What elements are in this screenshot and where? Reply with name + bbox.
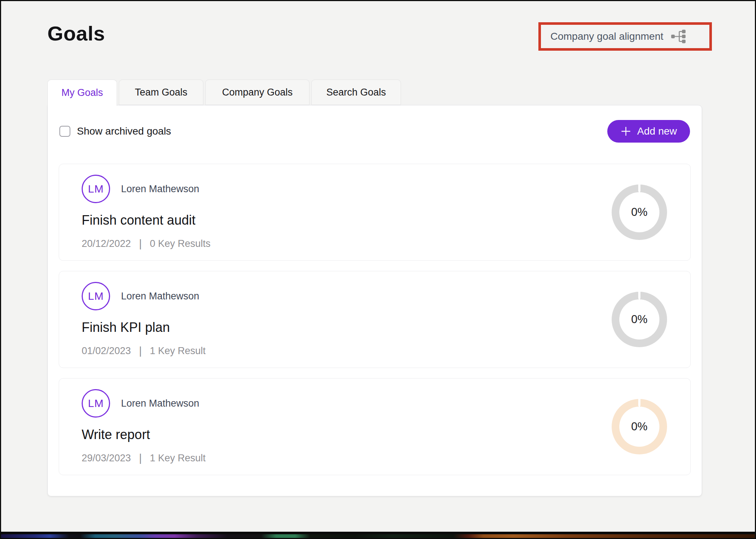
progress-donut-hole: 0% — [619, 192, 659, 232]
show-archived-toggle[interactable]: Show archived goals — [59, 125, 171, 137]
avatar: LM — [82, 389, 110, 418]
goal-card[interactable]: LM Loren Mathewson Write report 29/03/20… — [59, 378, 691, 475]
company-goal-alignment-label: Company goal alignment — [550, 31, 663, 42]
progress-donut: 0% — [612, 185, 667, 240]
goal-meta: 01/02/2023 | 1 Key Result — [82, 345, 612, 357]
progress-donut: 0% — [612, 399, 667, 454]
goal-key-results: 1 Key Result — [150, 345, 206, 357]
progress-donut-hole: 0% — [619, 299, 659, 340]
tab-company-goals[interactable]: Company Goals — [205, 80, 309, 105]
goal-owner-row: LM Loren Mathewson — [82, 389, 612, 418]
tab-search-goals[interactable]: Search Goals — [311, 80, 401, 105]
show-archived-checkbox[interactable] — [59, 126, 70, 137]
progress-value: 0% — [631, 206, 648, 219]
goal-meta: 20/12/2022 | 0 Key Results — [82, 237, 612, 250]
tab-team-goals[interactable]: Team Goals — [119, 80, 203, 105]
goal-title: Finish content audit — [82, 213, 612, 228]
progress-value: 0% — [631, 420, 648, 433]
plus-icon — [620, 126, 631, 137]
goal-card[interactable]: LM Loren Mathewson Finish KPI plan 01/02… — [59, 271, 691, 368]
my-goals-panel: Show archived goals Add new LM Loren Mat… — [47, 105, 702, 496]
goal-meta: 29/03/2023 | 1 Key Result — [82, 452, 612, 464]
goal-owner-name: Loren Mathewson — [121, 398, 199, 409]
goals-toolbar: Show archived goals Add new — [59, 120, 690, 143]
org-chart-icon — [671, 30, 686, 43]
tab-my-goals[interactable]: My Goals — [47, 80, 117, 106]
meta-separator: | — [139, 345, 142, 357]
progress-donut-hole: 0% — [619, 407, 659, 447]
goals-page: Goals Company goal alignment My Goals Te… — [0, 0, 756, 539]
goal-due-date: 01/02/2023 — [82, 345, 131, 357]
goal-owner-row: LM Loren Mathewson — [82, 282, 612, 310]
company-goal-alignment-button[interactable]: Company goal alignment — [538, 22, 712, 51]
goal-card[interactable]: LM Loren Mathewson Finish content audit … — [59, 164, 691, 261]
goal-title: Write report — [82, 427, 612, 442]
progress-donut: 0% — [612, 292, 667, 347]
goal-owner-row: LM Loren Mathewson — [82, 175, 612, 203]
goal-owner-name: Loren Mathewson — [121, 291, 199, 302]
goal-key-results: 0 Key Results — [150, 238, 211, 249]
goal-key-results: 1 Key Result — [150, 453, 206, 464]
meta-separator: | — [139, 237, 142, 250]
goal-card-content: LM Loren Mathewson Finish KPI plan 01/02… — [82, 282, 612, 357]
page-title: Goals — [47, 22, 105, 45]
add-new-button[interactable]: Add new — [607, 120, 690, 143]
meta-separator: | — [139, 452, 142, 464]
add-new-label: Add new — [637, 125, 677, 137]
show-archived-label: Show archived goals — [77, 125, 171, 137]
window-bottom-edge — [1, 532, 755, 534]
goal-card-content: LM Loren Mathewson Finish content audit … — [82, 175, 612, 250]
desktop-wallpaper-sliver — [1, 534, 755, 538]
avatar: LM — [82, 282, 110, 310]
goal-owner-name: Loren Mathewson — [121, 183, 199, 195]
goal-due-date: 29/03/2023 — [82, 453, 131, 464]
progress-value: 0% — [631, 313, 648, 326]
goal-card-content: LM Loren Mathewson Write report 29/03/20… — [82, 389, 612, 464]
goals-tabs: My Goals Team Goals Company Goals Search… — [47, 80, 401, 106]
goal-due-date: 20/12/2022 — [82, 238, 131, 249]
avatar: LM — [82, 175, 110, 203]
goal-title: Finish KPI plan — [82, 320, 612, 335]
goal-card-list: LM Loren Mathewson Finish content audit … — [59, 164, 691, 475]
